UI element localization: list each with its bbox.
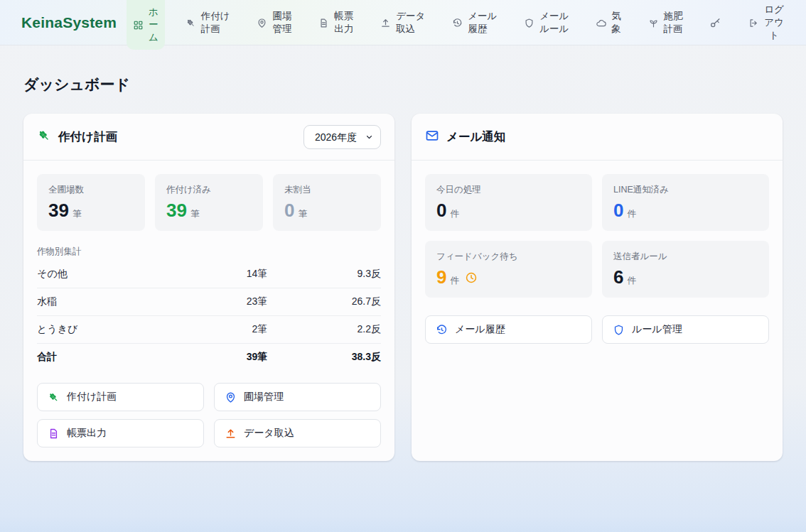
wheat-icon xyxy=(37,129,51,146)
stat-value: 39 xyxy=(48,201,69,219)
nav-item-label: 帳票 出力 xyxy=(334,10,353,36)
stat-unassigned: 未割当 0 筆 xyxy=(273,174,381,231)
key-icon xyxy=(709,17,721,29)
nav-item-mail-rules[interactable]: メール ルール xyxy=(517,0,575,45)
table-total-row: 合計 39筆 38.3反 xyxy=(37,344,381,371)
stat-value: 6 xyxy=(613,268,623,286)
field-management-button[interactable]: 圃場管理 xyxy=(214,383,381,411)
history-clock-icon xyxy=(436,324,448,336)
stat-value: 0 xyxy=(284,201,294,219)
nav-item-data-import[interactable]: データ 取込 xyxy=(374,0,431,45)
top-navbar: KeinaSystem ホ ー ム 作付け 計画 圃場 管理 帳票 出力 データ… xyxy=(0,0,806,45)
nav-item-label: ホ ー ム xyxy=(149,6,158,43)
report-output-button[interactable]: 帳票出力 xyxy=(37,419,204,447)
nav-item-label: ログ アウ ト xyxy=(764,4,784,41)
nav-item-label: 圃場 管理 xyxy=(272,10,291,36)
shield-icon xyxy=(524,18,534,28)
map-pin-icon xyxy=(257,18,267,28)
nav-item-label: メール 履歴 xyxy=(468,10,497,36)
stat-today-processed: 今日の処理 0 件 xyxy=(425,174,592,231)
nav-item-fertilizer-plan[interactable]: 施肥 計画 xyxy=(642,0,689,45)
table-row: 水稲 23筆 26.7反 xyxy=(37,288,381,316)
stat-planted: 作付け済み 39 筆 xyxy=(155,174,263,231)
shield-icon xyxy=(613,324,625,336)
mail-notification-card: メール通知 今日の処理 0 件 LINE通知済み 0 xyxy=(412,114,783,461)
map-pin-icon xyxy=(225,391,237,403)
rule-management-button[interactable]: ルール管理 xyxy=(602,315,769,344)
upload-icon xyxy=(380,18,391,28)
stat-value: 0 xyxy=(613,201,623,219)
stat-total-fields: 全圃場数 39 筆 xyxy=(37,174,145,231)
logout-icon xyxy=(748,18,759,28)
nav-item-password-key[interactable] xyxy=(703,0,728,45)
nav-item-logout[interactable]: ログ アウ ト xyxy=(742,0,790,45)
stat-sender-rules: 送信者ルール 6 件 xyxy=(602,241,769,298)
nav-item-label: 作付け 計画 xyxy=(201,10,230,36)
planting-plan-button[interactable]: 作付け計画 xyxy=(37,383,204,411)
nav-item-label: データ 取込 xyxy=(396,10,425,36)
wheat-icon xyxy=(48,391,60,403)
page-title: ダッシュボード xyxy=(23,75,783,94)
history-clock-icon xyxy=(452,18,463,28)
nav-item-label: 気 象 xyxy=(611,10,621,36)
wheat-icon xyxy=(186,18,196,28)
main-nav: ホ ー ム 作付け 計画 圃場 管理 帳票 出力 データ 取込 メール 履歴 メ… xyxy=(127,0,790,45)
crop-summary-table: その他 14筆 9.3反 水稲 23筆 26.7反 とうきび 2筆 2. xyxy=(37,261,381,371)
main-content: ダッシュボード 作付け計画 2026年度 全圃場数 xyxy=(0,45,806,461)
nav-item-home[interactable]: ホ ー ム xyxy=(127,0,165,50)
table-row: とうきび 2筆 2.2反 xyxy=(37,316,381,344)
cloud-icon xyxy=(596,18,606,28)
mail-icon xyxy=(425,129,439,146)
document-icon xyxy=(48,428,60,440)
stat-value: 0 xyxy=(436,201,446,219)
mail-history-button[interactable]: メール履歴 xyxy=(425,315,592,344)
nav-item-weather[interactable]: 気 象 xyxy=(589,0,628,45)
document-icon xyxy=(318,18,329,28)
nav-item-label: メール ルール xyxy=(539,10,569,36)
crop-summary-label: 作物別集計 xyxy=(37,246,381,258)
mail-card-header: メール通知 xyxy=(412,114,783,161)
nav-item-field-management[interactable]: 圃場 管理 xyxy=(250,0,298,45)
dashboard-icon xyxy=(133,20,144,31)
year-select-wrap: 2026年度 xyxy=(303,125,381,149)
nav-item-planting-plan[interactable]: 作付け 計画 xyxy=(179,0,237,45)
stat-value: 9 xyxy=(436,268,446,286)
nav-item-report-output[interactable]: 帳票 出力 xyxy=(312,0,360,45)
sprout-icon xyxy=(648,18,659,28)
planting-card-title: 作付け計画 xyxy=(58,129,117,145)
planting-card-header: 作付け計画 2026年度 xyxy=(23,114,394,161)
year-select[interactable]: 2026年度 xyxy=(303,125,381,149)
stat-line-notified: LINE通知済み 0 件 xyxy=(602,174,769,231)
planting-plan-card: 作付け計画 2026年度 全圃場数 39 筆 xyxy=(23,114,394,461)
nav-item-mail-history[interactable]: メール 履歴 xyxy=(446,0,503,45)
stat-feedback-pending: フィードバック待ち 9 件 xyxy=(425,241,592,298)
data-import-button[interactable]: データ取込 xyxy=(214,419,381,447)
stat-value: 39 xyxy=(166,201,187,219)
mail-card-title: メール通知 xyxy=(446,129,505,145)
nav-item-label: 施肥 計画 xyxy=(664,10,683,36)
table-row: その他 14筆 9.3反 xyxy=(37,261,381,288)
app-logo: KeinaSystem xyxy=(21,0,117,45)
upload-icon xyxy=(225,428,237,440)
clock-icon xyxy=(465,271,478,284)
